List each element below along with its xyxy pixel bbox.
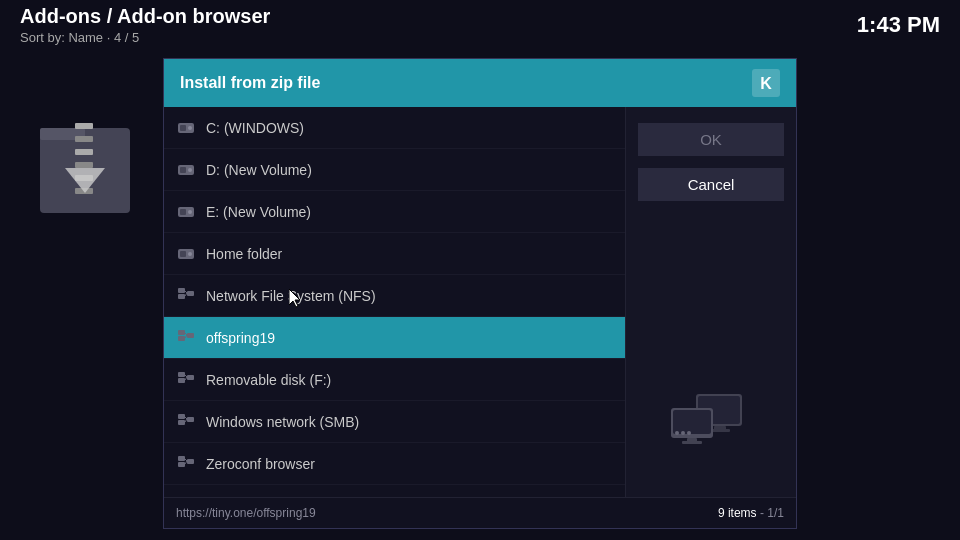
file-item-label: Zeroconf browser <box>206 456 315 472</box>
footer-url: https://tiny.one/offspring19 <box>176 506 316 520</box>
file-item-removable-disk[interactable]: Removable disk (F:) <box>164 359 625 401</box>
file-item-label: offspring19 <box>206 330 275 346</box>
svg-rect-23 <box>178 288 185 293</box>
clock: 1:43 PM <box>857 12 940 38</box>
svg-line-31 <box>185 333 187 335</box>
network-computers-icon <box>666 386 756 461</box>
svg-rect-15 <box>180 167 186 173</box>
file-item-home-folder[interactable]: Home folder <box>164 233 625 275</box>
svg-line-42 <box>185 419 187 422</box>
network-icon <box>176 454 196 474</box>
dialog-body: C: (WINDOWS) D: (New Volume) E: (New Vol… <box>164 107 796 497</box>
svg-rect-25 <box>187 291 194 296</box>
zip-icon-area <box>20 100 150 230</box>
ok-button[interactable]: OK <box>638 123 784 156</box>
svg-rect-43 <box>178 456 185 461</box>
svg-rect-28 <box>178 330 185 335</box>
svg-rect-4 <box>75 149 93 155</box>
file-item-label: D: (New Volume) <box>206 162 312 178</box>
file-list[interactable]: C: (WINDOWS) D: (New Volume) E: (New Vol… <box>164 107 626 497</box>
svg-rect-55 <box>673 410 711 434</box>
zip-file-icon <box>35 108 135 223</box>
svg-point-13 <box>188 126 192 130</box>
svg-rect-30 <box>187 333 194 338</box>
svg-line-36 <box>185 375 187 377</box>
file-item-c-drive[interactable]: C: (WINDOWS) <box>164 107 625 149</box>
svg-line-27 <box>185 293 187 296</box>
dialog-footer: https://tiny.one/offspring19 9 items - 1… <box>164 497 796 528</box>
file-item-d-drive[interactable]: D: (New Volume) <box>164 149 625 191</box>
svg-point-19 <box>188 210 192 214</box>
file-item-nfs[interactable]: Network File System (NFS) <box>164 275 625 317</box>
file-item-zeroconf[interactable]: Zeroconf browser <box>164 443 625 485</box>
file-item-label: Windows network (SMB) <box>206 414 359 430</box>
svg-point-60 <box>687 431 691 435</box>
svg-point-22 <box>188 252 192 256</box>
file-item-label: C: (WINDOWS) <box>206 120 304 136</box>
svg-line-32 <box>185 335 187 338</box>
svg-rect-18 <box>180 209 186 215</box>
network-icon <box>176 286 196 306</box>
svg-line-26 <box>185 291 187 293</box>
svg-rect-3 <box>75 136 93 142</box>
header: Add-ons / Add-on browser Sort by: Name ·… <box>0 0 960 50</box>
svg-rect-21 <box>180 251 186 257</box>
right-panel: OK Cancel <box>626 107 796 497</box>
svg-rect-24 <box>178 294 185 299</box>
drive-icon <box>176 118 196 138</box>
svg-rect-57 <box>682 441 702 444</box>
file-item-e-drive[interactable]: E: (New Volume) <box>164 191 625 233</box>
svg-rect-33 <box>178 372 185 377</box>
network-icon <box>176 370 196 390</box>
svg-rect-45 <box>187 459 194 464</box>
file-item-windows-network[interactable]: Windows network (SMB) <box>164 401 625 443</box>
network-icon <box>176 328 196 348</box>
svg-rect-44 <box>178 462 185 467</box>
drive-icon <box>176 202 196 222</box>
page-title: Add-ons / Add-on browser <box>20 5 270 28</box>
file-item-label: Home folder <box>206 246 282 262</box>
sort-info: Sort by: Name · 4 / 5 <box>20 30 270 45</box>
svg-point-16 <box>188 168 192 172</box>
footer-page: 1/1 <box>767 506 784 520</box>
svg-rect-5 <box>75 162 93 168</box>
svg-rect-12 <box>180 125 186 131</box>
drive-icon <box>176 160 196 180</box>
file-item-label: Removable disk (F:) <box>206 372 331 388</box>
kodi-logo-icon: K <box>752 69 780 97</box>
footer-items: 9 items - 1/1 <box>718 506 784 520</box>
network-icon-area <box>666 386 756 461</box>
network-icon <box>176 412 196 432</box>
file-item-label: E: (New Volume) <box>206 204 311 220</box>
dialog-header: Install from zip file K <box>164 59 796 107</box>
svg-rect-34 <box>178 378 185 383</box>
svg-line-46 <box>185 459 187 461</box>
dialog-title: Install from zip file <box>180 74 320 92</box>
file-item-offspring19[interactable]: offspring19 <box>164 317 625 359</box>
file-item-label: Network File System (NFS) <box>206 288 376 304</box>
svg-text:K: K <box>760 75 772 92</box>
svg-rect-38 <box>178 414 185 419</box>
svg-point-58 <box>675 431 679 435</box>
header-left: Add-ons / Add-on browser Sort by: Name ·… <box>20 5 270 45</box>
svg-point-59 <box>681 431 685 435</box>
svg-line-37 <box>185 377 187 380</box>
footer-item-count: 9 items <box>718 506 757 520</box>
svg-rect-35 <box>187 375 194 380</box>
svg-line-47 <box>185 461 187 464</box>
install-zip-dialog: Install from zip file K C: (WINDOWS) D: … <box>163 58 797 529</box>
svg-rect-2 <box>75 123 93 129</box>
svg-rect-29 <box>178 336 185 341</box>
cancel-button[interactable]: Cancel <box>638 168 784 201</box>
svg-line-41 <box>185 417 187 419</box>
svg-rect-39 <box>178 420 185 425</box>
svg-rect-40 <box>187 417 194 422</box>
drive-icon <box>176 244 196 264</box>
